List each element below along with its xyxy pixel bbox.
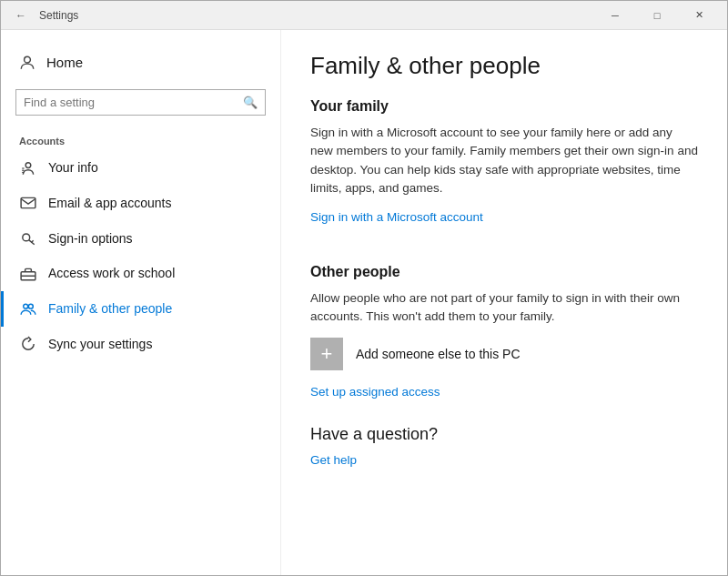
sync-icon — [19, 336, 37, 353]
key-icon — [19, 229, 37, 247]
signin-microsoft-link[interactable]: Sign in with a Microsoft account — [310, 210, 483, 224]
window-controls: ─ □ ✕ — [594, 1, 720, 30]
other-people-heading: Other people — [310, 264, 698, 280]
svg-point-1 — [25, 162, 31, 167]
search-input[interactable] — [16, 90, 236, 115]
close-button[interactable]: ✕ — [678, 1, 720, 30]
svg-line-8 — [31, 240, 33, 242]
svg-point-12 — [28, 304, 33, 308]
get-help-link[interactable]: Get help — [310, 453, 357, 467]
question-section: Have a question? Get help — [310, 425, 698, 468]
sidebar-item-label: Access work or school — [48, 266, 175, 280]
search-icon[interactable]: 🔍 — [236, 90, 265, 115]
sidebar-item-label: Family & other people — [48, 301, 172, 316]
content-area: Family & other people Your family Sign i… — [281, 30, 727, 576]
sidebar-section-label: Accounts — [1, 130, 280, 150]
setup-assigned-access-link[interactable]: Set up assigned access — [310, 385, 440, 399]
sidebar-item-your-info[interactable]: Your info — [1, 150, 280, 186]
sidebar-item-label: Sync your settings — [48, 337, 152, 351]
your-family-heading: Your family — [310, 98, 698, 115]
home-label: Home — [46, 55, 83, 70]
sidebar-item-family[interactable]: Family & other people — [1, 291, 280, 327]
email-icon — [19, 195, 37, 212]
app-body: Home 🔍 Accounts Your info — [1, 30, 727, 576]
add-person-icon: + — [310, 338, 343, 370]
svg-point-6 — [23, 234, 30, 241]
title-bar: ← Settings ─ □ ✕ — [1, 1, 727, 30]
plus-icon: + — [321, 342, 333, 366]
page-title: Family & other people — [310, 52, 698, 80]
your-family-section: Your family Sign in with a Microsoft acc… — [310, 98, 698, 249]
sidebar-item-signin-options[interactable]: Sign-in options — [1, 220, 280, 256]
search-box[interactable]: 🔍 — [15, 89, 266, 116]
other-people-section: Other people Allow people who are not pa… — [310, 264, 698, 399]
app-title: Settings — [39, 9, 594, 22]
minimize-button[interactable]: ─ — [594, 1, 636, 30]
sidebar-item-email-accounts[interactable]: Email & app accounts — [1, 186, 280, 221]
briefcase-icon — [19, 265, 37, 282]
other-people-description: Allow people who are not part of your fa… — [310, 289, 698, 327]
sidebar-item-label: Your info — [48, 160, 98, 175]
home-icon — [19, 54, 35, 71]
add-person-button[interactable]: + Add someone else to this PC — [310, 338, 698, 370]
back-button[interactable]: ← — [8, 3, 34, 28]
your-family-description: Sign in with a Microsoft account to see … — [310, 124, 698, 197]
your-info-icon — [19, 159, 37, 177]
sidebar-item-label: Email & app accounts — [48, 196, 171, 210]
people-icon — [19, 300, 37, 318]
sidebar-home[interactable]: Home — [1, 45, 280, 80]
sidebar: Home 🔍 Accounts Your info — [1, 30, 281, 576]
sidebar-item-sync[interactable]: Sync your settings — [1, 327, 280, 362]
question-heading: Have a question? — [310, 425, 698, 444]
svg-point-11 — [24, 304, 28, 308]
sidebar-item-access-work[interactable]: Access work or school — [1, 256, 280, 291]
svg-rect-5 — [21, 198, 35, 208]
maximize-button[interactable]: □ — [636, 1, 678, 30]
add-person-label: Add someone else to this PC — [356, 347, 521, 361]
sidebar-item-label: Sign-in options — [48, 231, 133, 246]
svg-point-0 — [25, 56, 31, 63]
